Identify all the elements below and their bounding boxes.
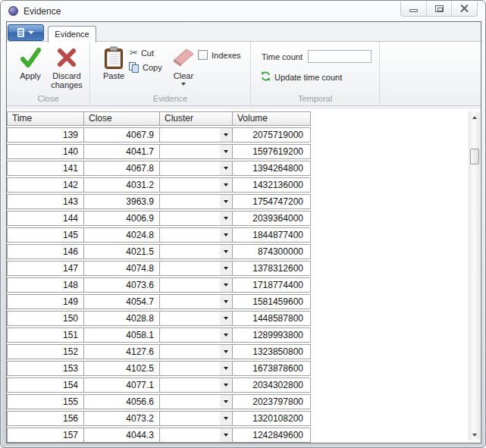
cell-cluster[interactable] — [160, 312, 233, 325]
cell-cluster[interactable] — [160, 228, 233, 242]
cell-volume[interactable]: 1581459600 — [233, 295, 309, 309]
clear-dropdown-icon[interactable] — [181, 83, 186, 86]
column-header-volume[interactable]: Volume — [233, 112, 309, 125]
cluster-dropdown-button[interactable] — [220, 211, 232, 225]
scrollbar-thumb[interactable] — [470, 149, 479, 164]
cell-close[interactable]: 3963.9 — [84, 195, 160, 208]
cell-close[interactable]: 4031.2 — [84, 178, 160, 192]
cell-close[interactable]: 4073.6 — [84, 278, 160, 292]
cluster-dropdown-button[interactable] — [220, 412, 232, 425]
application-menu-button[interactable] — [8, 24, 44, 41]
cut-button[interactable]: ✂ Cut — [130, 48, 154, 58]
cell-cluster[interactable] — [160, 128, 233, 142]
cell-cluster[interactable] — [160, 395, 233, 409]
cell-time[interactable]: 150 — [8, 312, 84, 325]
close-button[interactable] — [451, 2, 477, 16]
paste-button[interactable]: Paste — [98, 45, 130, 80]
update-time-count-button[interactable]: Update time count — [261, 71, 342, 83]
vertical-scrollbar[interactable] — [469, 111, 480, 440]
cluster-dropdown-button[interactable] — [220, 128, 232, 142]
cell-time[interactable]: 146 — [8, 245, 84, 258]
cell-close[interactable]: 4041.7 — [84, 145, 160, 158]
cell-close[interactable]: 4056.6 — [84, 395, 160, 409]
tab-evidence[interactable]: Evidence — [48, 26, 96, 42]
cell-volume[interactable]: 1320108200 — [233, 412, 309, 425]
column-header-time[interactable]: Time — [8, 112, 84, 125]
cell-cluster[interactable] — [160, 178, 233, 192]
cluster-dropdown-button[interactable] — [220, 195, 232, 208]
cell-close[interactable]: 4006.9 — [84, 211, 160, 225]
cluster-dropdown-button[interactable] — [220, 345, 232, 359]
cell-time[interactable]: 147 — [8, 262, 84, 275]
cell-volume[interactable]: 2039364000 — [233, 211, 309, 225]
cell-cluster[interactable] — [160, 262, 233, 275]
cell-volume[interactable]: 1597619200 — [233, 145, 309, 158]
cell-volume[interactable]: 1242849600 — [233, 428, 309, 442]
cell-volume[interactable]: 1673878600 — [233, 362, 309, 375]
indexes-checkbox[interactable] — [198, 50, 208, 60]
cluster-dropdown-button[interactable] — [220, 262, 232, 275]
clear-button[interactable]: Clear — [168, 45, 199, 86]
cell-volume[interactable]: 2034302800 — [233, 378, 309, 392]
cluster-dropdown-button[interactable] — [220, 178, 232, 192]
cell-time[interactable]: 156 — [8, 412, 84, 425]
cell-time[interactable]: 149 — [8, 295, 84, 309]
column-header-cluster[interactable]: Cluster — [160, 112, 233, 125]
cluster-dropdown-button[interactable] — [220, 278, 232, 292]
cell-cluster[interactable] — [160, 328, 233, 342]
cluster-dropdown-button[interactable] — [220, 228, 232, 242]
cluster-dropdown-button[interactable] — [220, 295, 232, 309]
cell-volume[interactable]: 874300000 — [233, 245, 309, 258]
cell-cluster[interactable] — [160, 145, 233, 158]
column-header-time[interactable]: Close — [84, 112, 160, 125]
cluster-dropdown-button[interactable] — [220, 395, 232, 409]
cluster-dropdown-button[interactable] — [220, 161, 232, 175]
cell-close[interactable]: 4028.8 — [84, 312, 160, 325]
cell-time[interactable]: 144 — [8, 211, 84, 225]
cell-time[interactable]: 145 — [8, 228, 84, 242]
cell-time[interactable]: 139 — [8, 128, 84, 142]
cell-close[interactable]: 4044.3 — [84, 428, 160, 442]
cell-volume[interactable]: 1378312600 — [233, 262, 309, 275]
cell-cluster[interactable] — [160, 362, 233, 375]
cluster-dropdown-button[interactable] — [220, 428, 232, 442]
cell-close[interactable]: 4054.7 — [84, 295, 160, 309]
cell-cluster[interactable] — [160, 378, 233, 392]
cluster-dropdown-button[interactable] — [220, 378, 232, 392]
cell-close[interactable]: 4074.8 — [84, 262, 160, 275]
maximize-button[interactable] — [426, 2, 452, 16]
cell-cluster[interactable] — [160, 161, 233, 175]
cell-cluster[interactable] — [160, 245, 233, 258]
cell-time[interactable]: 151 — [8, 328, 84, 342]
cell-volume[interactable]: 2023797800 — [233, 395, 309, 409]
cell-cluster[interactable] — [160, 295, 233, 309]
cell-time[interactable]: 148 — [8, 278, 84, 292]
cell-volume[interactable]: 1289993800 — [233, 328, 309, 342]
cluster-dropdown-button[interactable] — [220, 312, 232, 325]
cell-cluster[interactable] — [160, 412, 233, 425]
time-count-input[interactable] — [308, 50, 372, 63]
cell-volume[interactable]: 1754747200 — [233, 195, 309, 208]
scroll-up-button[interactable] — [469, 111, 480, 123]
cluster-dropdown-button[interactable] — [220, 328, 232, 342]
cell-volume[interactable]: 2075719000 — [233, 128, 309, 142]
cell-close[interactable]: 4102.5 — [84, 362, 160, 375]
cluster-dropdown-button[interactable] — [220, 145, 232, 158]
cell-time[interactable]: 143 — [8, 195, 84, 208]
cell-volume[interactable]: 1718774400 — [233, 278, 309, 292]
cell-time[interactable]: 157 — [8, 428, 84, 442]
cell-volume[interactable]: 1432136000 — [233, 178, 309, 192]
scroll-down-button[interactable] — [469, 429, 480, 440]
cell-cluster[interactable] — [160, 428, 233, 442]
cell-close[interactable]: 4021.5 — [84, 245, 160, 258]
cell-close[interactable]: 4067.9 — [84, 128, 160, 142]
cell-time[interactable]: 141 — [8, 161, 84, 175]
cell-cluster[interactable] — [160, 211, 233, 225]
cluster-dropdown-button[interactable] — [220, 362, 232, 375]
cell-close[interactable]: 4127.6 — [84, 345, 160, 359]
cell-volume[interactable]: 1323850800 — [233, 345, 309, 359]
cell-close[interactable]: 4067.8 — [84, 161, 160, 175]
cell-close[interactable]: 4024.8 — [84, 228, 160, 242]
cell-time[interactable]: 154 — [8, 378, 84, 392]
cell-cluster[interactable] — [160, 195, 233, 208]
